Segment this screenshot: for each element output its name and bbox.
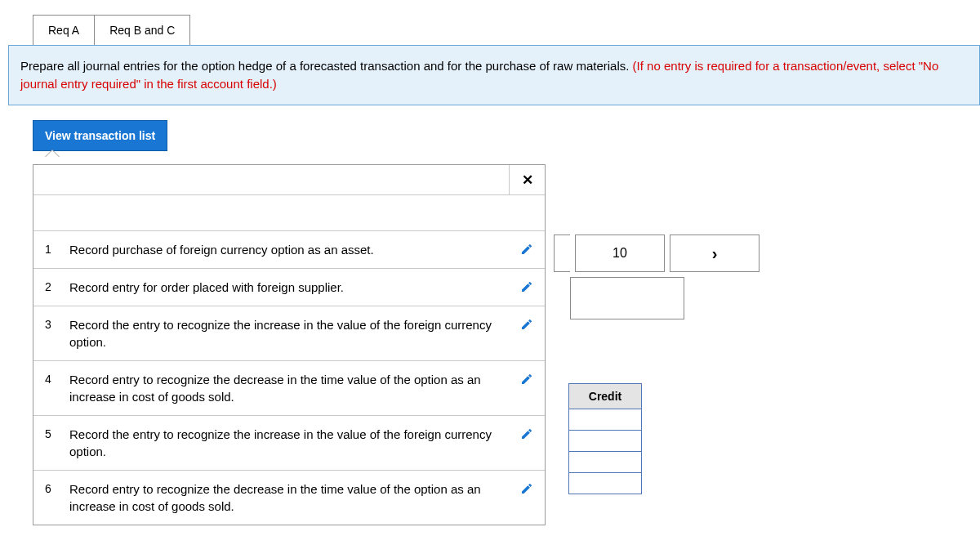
credit-cell[interactable]: [568, 473, 642, 494]
pager: 10 ›: [554, 235, 760, 272]
instruction-text: Prepare all journal entries for the opti…: [20, 59, 633, 73]
transaction-number: 2: [45, 279, 60, 293]
credit-column-header: Credit: [568, 383, 642, 409]
pencil-icon: [520, 283, 533, 296]
pager-prev-partial[interactable]: [554, 235, 570, 272]
close-button[interactable]: ✕: [509, 165, 545, 194]
transaction-list-panel: ✕ 1Record purchase of foreign currency o…: [33, 164, 546, 525]
edit-button[interactable]: [520, 241, 537, 258]
pencil-icon: [520, 375, 533, 388]
transaction-item: 2Record entry for order placed with fore…: [33, 269, 545, 306]
pencil-icon: [520, 320, 533, 333]
credit-cells: [568, 409, 760, 494]
transaction-item: 6Record entry to recognize the decrease …: [33, 471, 545, 525]
transaction-text: Record the entry to recognize the increa…: [69, 316, 510, 351]
credit-cell[interactable]: [568, 452, 642, 473]
pencil-icon: [520, 485, 533, 498]
transaction-text: Record entry to recognize the decrease i…: [69, 480, 510, 515]
credit-cell[interactable]: [568, 431, 642, 452]
edit-button[interactable]: [520, 480, 537, 498]
pencil-icon: [520, 430, 533, 443]
edit-button[interactable]: [520, 371, 537, 388]
tabs: Req A Req B and C: [33, 15, 980, 45]
transaction-number: 3: [45, 316, 60, 331]
pager-next[interactable]: ›: [670, 235, 760, 272]
pager-current: 10: [575, 235, 665, 272]
transaction-item: 1Record purchase of foreign currency opt…: [33, 231, 545, 269]
transaction-number: 1: [45, 241, 60, 256]
close-icon: ✕: [522, 172, 533, 189]
transaction-item: 3Record the entry to recognize the incre…: [33, 306, 545, 361]
transaction-number: 6: [45, 480, 60, 495]
chevron-right-icon: ›: [712, 244, 718, 263]
transaction-text: Record the entry to recognize the increa…: [69, 426, 510, 460]
pencil-icon: [520, 245, 533, 258]
transaction-item: 4Record entry to recognize the decrease …: [33, 361, 545, 416]
background-cell[interactable]: [570, 277, 684, 319]
transaction-number: 5: [45, 426, 60, 440]
edit-button[interactable]: [520, 316, 537, 333]
view-transaction-list-button[interactable]: View transaction list: [33, 120, 167, 151]
transaction-number: 4: [45, 371, 60, 386]
credit-cell[interactable]: [568, 409, 642, 431]
tab-req-b-c[interactable]: Req B and C: [95, 15, 190, 45]
transaction-text: Record purchase of foreign currency opti…: [69, 241, 510, 258]
instruction-banner: Prepare all journal entries for the opti…: [8, 45, 980, 105]
edit-button[interactable]: [520, 426, 537, 443]
panel-spacer: [33, 195, 545, 231]
transaction-list: 1Record purchase of foreign currency opt…: [33, 231, 545, 525]
transaction-text: Record entry for order placed with forei…: [69, 279, 510, 296]
transaction-item: 5Record the entry to recognize the incre…: [33, 416, 545, 471]
background-worksheet: 10 › Credit: [546, 164, 760, 494]
tab-req-a[interactable]: Req A: [33, 15, 95, 45]
edit-button[interactable]: [520, 279, 537, 296]
transaction-text: Record entry to recognize the decrease i…: [69, 371, 510, 405]
